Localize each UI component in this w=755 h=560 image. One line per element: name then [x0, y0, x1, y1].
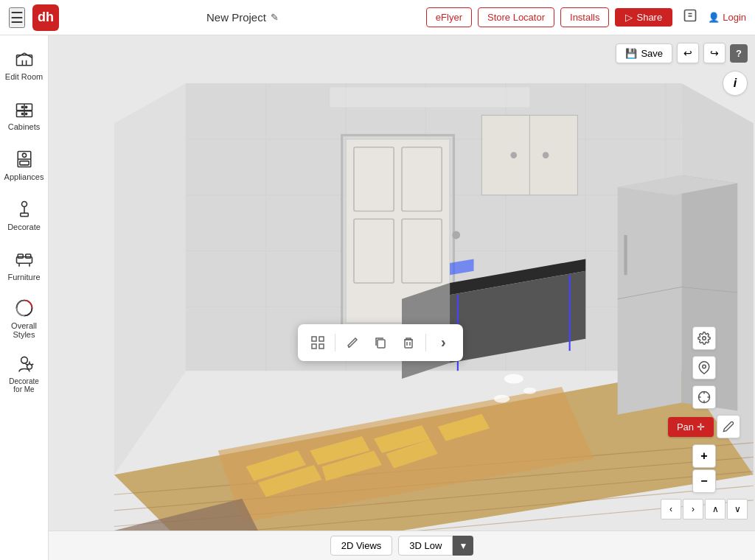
context-copy-button[interactable] [368, 330, 393, 355]
sidebar-label-cabinets: Cabinets [8, 122, 40, 131]
context-more-button[interactable]: › [431, 330, 456, 355]
svg-point-70 [452, 231, 460, 239]
sidebar-item-overall-styles[interactable]: Overall Styles [2, 290, 46, 346]
svg-rect-92 [319, 337, 324, 341]
svg-rect-17 [19, 161, 28, 165]
pan-icon: ✛ [697, 421, 705, 433]
sidebar-item-cabinets[interactable]: Cabinets [2, 90, 46, 140]
installs-button[interactable]: Installs [560, 7, 609, 27]
app-logo: dh [32, 4, 59, 31]
bottom-bar: 2D Views 3D Low ▼ [49, 531, 755, 560]
sidebar-label-edit-room: Edit Room [5, 72, 43, 81]
project-title-area: New Project ✎ [66, 11, 419, 24]
direction-arrows: ‹ › ∧ ∨ [661, 499, 748, 519]
pencil-button[interactable] [717, 415, 740, 438]
store-locator-button[interactable]: Store Locator [478, 7, 554, 27]
main-area: Edit Room Cabinets Appliances [0, 35, 755, 560]
svg-rect-25 [18, 254, 23, 258]
context-divider-2 [425, 334, 426, 351]
nav-arrows-zoom: + − [692, 444, 716, 493]
arrow-down-button[interactable]: ∨ [727, 499, 748, 519]
eflyer-button[interactable]: eFlyer [426, 7, 472, 27]
svg-rect-91 [312, 337, 316, 341]
arrow-left-button[interactable]: ‹ [661, 499, 681, 519]
share-button[interactable]: ▷ Share [615, 8, 672, 27]
sidebar-label-furniture: Furniture [7, 273, 40, 281]
pan-pencil-row: Pan ✛ [668, 415, 740, 438]
svg-point-73 [510, 152, 517, 158]
furniture-icon [14, 249, 35, 270]
decorate-for-me-icon [14, 354, 35, 374]
zoom-in-button[interactable]: + [692, 444, 716, 468]
edit-room-icon [14, 49, 35, 69]
compass-button[interactable] [692, 385, 716, 409]
sidebar-label-decorate: Decorate [7, 223, 41, 231]
sidebar: Edit Room Cabinets Appliances [0, 35, 49, 560]
arrow-right-button[interactable]: › [683, 499, 703, 519]
views-dropdown-button[interactable]: ▼ [453, 536, 473, 556]
appliances-icon [14, 149, 35, 169]
svg-point-87 [504, 374, 523, 384]
arrow-up-button[interactable]: ∧ [705, 499, 726, 519]
location-button[interactable] [692, 356, 716, 379]
svg-rect-94 [319, 344, 324, 349]
sidebar-item-decorate[interactable]: Decorate [2, 190, 46, 240]
svg-point-74 [543, 152, 549, 158]
kitchen-scene[interactable]: › [49, 35, 755, 531]
zoom-out-button[interactable]: − [692, 469, 716, 493]
svg-marker-36 [114, 83, 187, 475]
context-edit-button[interactable] [340, 330, 365, 355]
decorate-icon [14, 199, 35, 220]
context-divider-1 [335, 334, 335, 351]
context-menu-toolbar: › [298, 324, 463, 361]
svg-point-101 [703, 365, 706, 368]
views-3d-button[interactable]: 3D Low [398, 536, 453, 556]
sidebar-label-overall-styles: Overall Styles [5, 321, 44, 339]
views-3d-group: 3D Low ▼ [398, 536, 473, 556]
svg-rect-97 [405, 340, 412, 348]
kitchen-3d-view [49, 35, 755, 531]
svg-point-89 [494, 395, 510, 403]
settings-button[interactable] [692, 326, 716, 350]
overall-styles-icon [14, 298, 35, 318]
sidebar-item-appliances[interactable]: Appliances [2, 140, 46, 190]
login-icon: 👤 [708, 12, 720, 23]
svg-point-12 [21, 113, 23, 115]
svg-point-16 [22, 153, 26, 157]
svg-point-10 [21, 106, 23, 108]
svg-point-88 [523, 388, 536, 394]
canvas-area[interactable]: 💾 Save ↩ ↪ ? i [49, 35, 755, 560]
pan-button[interactable]: Pan ✛ [668, 417, 714, 437]
header: ☰ dh New Project ✎ eFlyer Store Locator … [0, 0, 755, 35]
share-icon: ▷ [625, 12, 633, 23]
svg-rect-26 [25, 254, 30, 258]
login-button[interactable]: 👤 Login [708, 12, 746, 23]
zoom-controls: + − [692, 444, 716, 493]
right-controls: Pan ✛ + − ‹ › ∧ ∨ [661, 326, 748, 519]
svg-rect-96 [378, 340, 385, 348]
svg-point-13 [25, 113, 27, 115]
notifications-button[interactable] [678, 5, 702, 29]
project-title: New Project [206, 11, 266, 24]
svg-point-11 [25, 106, 27, 108]
sidebar-item-furniture[interactable]: Furniture [2, 240, 46, 290]
header-actions: eFlyer Store Locator Installs ▷ Share 👤 … [426, 5, 746, 29]
cabinets-icon [14, 99, 35, 119]
svg-marker-63 [330, 87, 529, 107]
menu-button[interactable]: ☰ [9, 7, 25, 28]
views-2d-button[interactable]: 2D Views [330, 536, 393, 556]
sidebar-item-edit-room[interactable]: Edit Room [2, 40, 46, 90]
sidebar-label-decorate-for-me: Decorate for Me [5, 377, 44, 393]
edit-title-icon[interactable]: ✎ [271, 12, 279, 23]
sidebar-label-appliances: Appliances [4, 172, 44, 181]
context-grid-button[interactable] [305, 330, 330, 355]
svg-point-30 [21, 357, 27, 363]
svg-rect-93 [312, 344, 316, 349]
sidebar-item-decorate-for-me[interactable]: Decorate for Me [2, 346, 46, 401]
svg-point-100 [703, 337, 706, 340]
context-delete-button[interactable] [396, 330, 421, 355]
svg-point-18 [21, 202, 27, 207]
